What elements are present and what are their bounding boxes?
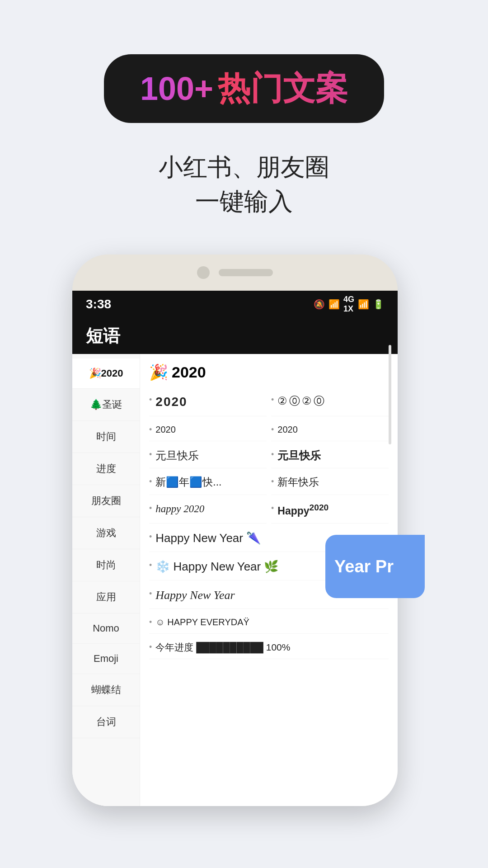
item-text: ☺ HAPPY EVERYDAŸ (155, 616, 249, 628)
sidebar-item-lines[interactable]: 台词 (72, 706, 140, 738)
item-text: Happy2020 (277, 502, 328, 518)
item-text: 2020 (155, 394, 187, 410)
speech-bubble: Year Pr (325, 535, 425, 598)
subtitle-line2: 一键输入 (159, 184, 329, 219)
item-text: 新🟦年🟦快... (155, 476, 221, 489)
subtitle: 小红书、朋友圈 一键输入 (159, 150, 329, 218)
list-item[interactable]: • ②⓪②⓪ (271, 388, 389, 416)
bullet-icon: • (149, 589, 152, 599)
bullet-icon: • (149, 425, 152, 434)
sidebar-item-nomo[interactable]: Nomo (72, 613, 140, 644)
item-grid: • 2020 • ②⓪②⓪ • 2020 • (149, 388, 389, 659)
item-text: 2020 (277, 424, 298, 435)
sidebar-item-games[interactable]: 游戏 (72, 517, 140, 549)
signal-icon: 📶 (358, 299, 369, 310)
list-item[interactable]: • Happy2020 (271, 497, 389, 524)
item-text: 2020 (155, 424, 176, 435)
bullet-icon: • (271, 450, 274, 459)
bullet-icon: • (149, 395, 152, 405)
sidebar-item-progress[interactable]: 进度 (72, 453, 140, 485)
page-background: 100+ 热门文案 小红书、朋友圈 一键输入 3:38 🔕 📶 4G1X 📶 (0, 0, 488, 868)
item-text: ②⓪②⓪ (277, 394, 326, 408)
list-item[interactable]: • 2020 (149, 418, 267, 441)
app-title: 短语 (86, 325, 120, 348)
sidebar-item-2020[interactable]: 🎉2020 (72, 359, 140, 389)
battery-icon: 🔋 (373, 299, 384, 310)
item-text: 元旦快乐 (155, 448, 199, 462)
speech-bubble-text: Year Pr (334, 557, 394, 576)
sidebar-item-emoji[interactable]: Emoji (72, 644, 140, 674)
sidebar-item-fashion[interactable]: 时尚 (72, 549, 140, 581)
bullet-icon: • (271, 425, 274, 434)
speaker-bar (219, 269, 273, 276)
bullet-icon: • (271, 395, 274, 405)
sidebar-item-christmas[interactable]: 🌲圣诞 (72, 389, 140, 421)
bullet-icon: • (149, 561, 152, 570)
bullet-icon: • (271, 477, 274, 486)
phone-mockup: 3:38 🔕 📶 4G1X 📶 🔋 短语 🎉2020 🌲圣诞 (72, 255, 416, 824)
subtitle-line1: 小红书、朋友圈 (159, 150, 329, 184)
sidebar-item-time[interactable]: 时间 (72, 421, 140, 453)
section-emoji: 🎉 (149, 363, 168, 381)
phone-top-bar (72, 255, 398, 291)
status-icons: 🔕 📶 4G1X 📶 🔋 (314, 295, 384, 314)
list-item[interactable]: • 今年进度 ██████████ 100% (149, 636, 389, 659)
list-item[interactable]: • 2020 (271, 418, 389, 441)
bullet-icon: • (149, 618, 152, 627)
bullet-icon: • (149, 532, 152, 542)
item-text: Happy New Year (155, 588, 235, 603)
sidebar-item-friends[interactable]: 朋友圈 (72, 485, 140, 517)
bullet-icon: • (149, 504, 152, 513)
wifi-icon: 📶 (328, 299, 340, 310)
bullet-icon: • (149, 450, 152, 459)
item-text: happy 2020 (155, 502, 204, 516)
sidebar: 🎉2020 🌲圣诞 时间 进度 朋友圈 游戏 时尚 应用 Nomo Emoji … (72, 354, 140, 806)
top-badge: 100+ 热门文案 (104, 54, 384, 123)
status-bar: 3:38 🔕 📶 4G1X 📶 🔋 (72, 291, 398, 318)
list-item[interactable]: • ☺ HAPPY EVERYDAŸ (149, 611, 389, 634)
badge-suffix: 热门文案 (218, 67, 348, 110)
app-header: 短语 (72, 318, 398, 354)
list-item[interactable]: • 新年快乐 (271, 470, 389, 495)
list-item[interactable]: • 新🟦年🟦快... (149, 470, 267, 495)
status-time: 3:38 (86, 297, 111, 311)
item-text: 元旦快乐 (277, 448, 321, 462)
item-text: 新年快乐 (277, 476, 319, 489)
item-text: ❄️ Happy New Year 🌿 (155, 559, 278, 575)
bullet-icon: • (149, 477, 152, 486)
list-item[interactable]: • 元旦快乐 (149, 443, 267, 468)
section-year: 2020 (172, 363, 206, 381)
camera-circle (197, 266, 210, 279)
list-item[interactable]: • happy 2020 (149, 497, 267, 524)
bullet-icon: • (149, 642, 152, 652)
scrollbar[interactable] (389, 345, 391, 444)
section-title: 🎉 2020 (149, 363, 389, 381)
network-label: 4G1X (343, 295, 354, 314)
list-item[interactable]: • 2020 (149, 388, 267, 416)
badge-prefix: 100+ (140, 70, 213, 107)
sidebar-item-apps[interactable]: 应用 (72, 581, 140, 613)
bullet-icon: • (271, 504, 274, 513)
mute-icon: 🔕 (314, 299, 325, 310)
item-text: Happy New Year 🌂 (155, 531, 261, 546)
list-item[interactable]: • 元旦快乐 (271, 443, 389, 468)
sidebar-item-bow[interactable]: 蝴蝶结 (72, 674, 140, 706)
item-text: 今年进度 ██████████ 100% (155, 641, 290, 653)
phone-shell: 3:38 🔕 📶 4G1X 📶 🔋 短语 🎉2020 🌲圣诞 (72, 255, 398, 806)
